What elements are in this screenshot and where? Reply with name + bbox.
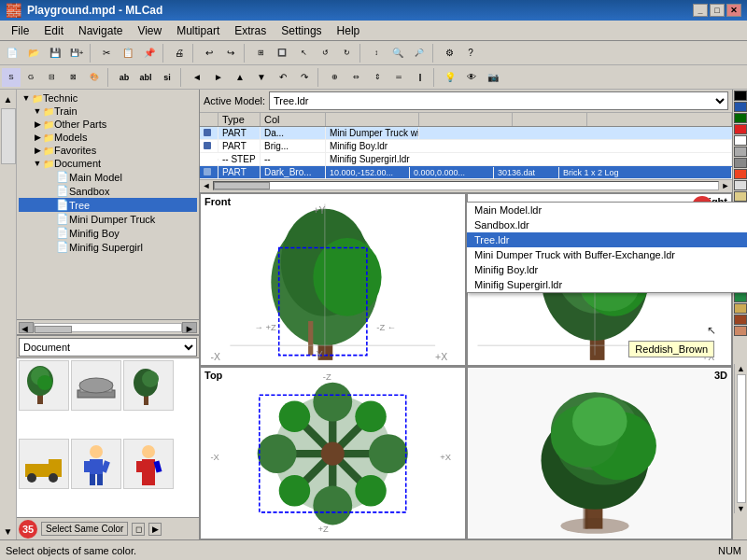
menu-help[interactable]: Help [330, 22, 368, 39]
color-red[interactable] [734, 124, 747, 134]
col-file[interactable] [513, 113, 587, 126]
model-dropdown[interactable]: Main Model.ldr Sandbox.ldr Tree.ldr Mini… [466, 202, 747, 293]
color-light-gray[interactable] [734, 180, 747, 190]
expander[interactable]: ▶ [32, 133, 43, 142]
color-pick[interactable]: 🎨 [84, 67, 105, 88]
scroll-down-btn[interactable]: ▼ [737, 504, 745, 513]
move3d-btn[interactable]: ⊕ [324, 67, 345, 88]
tree-item-minidumper[interactable]: 📄 Mini Dumper Truck [19, 212, 197, 226]
thumb-tree2[interactable] [123, 360, 174, 411]
color-gray[interactable] [734, 147, 747, 157]
col-indicator[interactable] [200, 113, 218, 126]
dropdown-item-minidumper[interactable]: Mini Dumper Truck with Buffer-Exchange.l… [467, 247, 747, 262]
view2-toggle[interactable]: ⊠ [63, 67, 83, 88]
viewport-front[interactable]: Front -X +X -Y [200, 193, 466, 366]
camera-btn[interactable]: 📷 [483, 67, 503, 88]
menu-settings[interactable]: Settings [274, 22, 329, 39]
scroll-vtrack[interactable] [737, 374, 746, 503]
thumb-truck[interactable] [19, 439, 69, 489]
tree-item-main-model[interactable]: 📄 Main Model [19, 170, 197, 184]
thumb-minifig-boy[interactable] [71, 439, 121, 489]
eye-btn[interactable]: 👁 [461, 67, 482, 88]
move-btn[interactable]: ↕ [366, 43, 387, 63]
col-color[interactable]: Col [261, 113, 326, 126]
dropdown-item-minifig-boy[interactable]: Minifig Boy.ldr [467, 262, 747, 277]
col-rot[interactable] [419, 113, 513, 126]
tree-item-models[interactable]: ▶ 📁 Models [19, 131, 197, 144]
thumb-minifig-girl[interactable] [123, 439, 174, 489]
scroll-up-btn[interactable]: ▲ [737, 364, 745, 373]
color-tan[interactable] [734, 191, 747, 202]
thumb-base[interactable] [71, 360, 121, 411]
minimize-button[interactable]: _ [693, 4, 708, 17]
color-peach[interactable] [734, 326, 747, 336]
tree-item-minifig-supergirl[interactable]: 📄 Minifig Supergirl [19, 240, 197, 254]
view-toggle[interactable]: ⊟ [41, 67, 62, 88]
color-square-1[interactable]: ◻ [132, 523, 145, 536]
select-button[interactable]: ↖ [293, 43, 314, 63]
table-row[interactable]: PART Brig... Minifig Boy.ldr [200, 140, 732, 153]
scroll-track[interactable] [34, 323, 182, 332]
rotate-right-button[interactable]: ↻ [336, 43, 357, 63]
select-same-color-button[interactable]: Select Same Color [41, 522, 128, 536]
scroll-left[interactable]: ◄ [19, 322, 34, 333]
dropdown-item-sandbox[interactable]: Sandbox.ldr [467, 217, 747, 232]
table-row[interactable]: PART Dark_Bro... 10.000,-152.00... 0.000… [200, 166, 732, 179]
tree-item-train[interactable]: ▼ 📁 Train [19, 105, 197, 118]
dropdown-item-tree[interactable]: Tree.ldr [467, 232, 747, 247]
col-desc[interactable] [587, 113, 732, 126]
scroll-thumb[interactable] [35, 326, 72, 333]
flip-h[interactable]: ⇔ [345, 67, 366, 88]
tree-item-technic[interactable]: ▼ 📁 Technic [19, 91, 197, 105]
expander[interactable]: ▶ [32, 119, 43, 129]
new-button[interactable]: 📄 [2, 43, 22, 63]
expander[interactable]: ▼ [32, 159, 43, 168]
tree-item-sandbox[interactable]: 📄 Sandbox [19, 184, 197, 198]
hscroll-left[interactable]: ◄ [200, 181, 213, 190]
settings-button[interactable]: ⚙ [439, 43, 459, 63]
expander[interactable]: ▼ [32, 106, 43, 116]
save-button[interactable]: 💾 [45, 43, 65, 63]
maximize-button[interactable]: □ [710, 4, 725, 17]
help-button[interactable]: ? [460, 43, 481, 63]
color-gray2[interactable] [734, 158, 747, 168]
grid-toggle[interactable]: G [21, 68, 40, 87]
menu-edit[interactable]: Edit [36, 22, 71, 39]
menu-view[interactable]: View [130, 22, 169, 39]
tree-item-minifig-boy[interactable]: 📄 Minifig Boy [19, 226, 197, 240]
snap-toggle[interactable]: S [2, 68, 21, 87]
arrow-down[interactable]: ▼ [251, 67, 272, 88]
viewport-top[interactable]: Top [200, 367, 466, 539]
color-green-dark[interactable] [734, 113, 747, 123]
thumb-tree[interactable] [19, 360, 69, 411]
parts-hscroll[interactable]: ◄ ► [200, 179, 732, 192]
close-button[interactable]: ✕ [726, 4, 741, 17]
menu-file[interactable]: File [4, 22, 36, 39]
copy-button[interactable]: 📋 [118, 43, 138, 63]
tree-item-other-parts[interactable]: ▶ 📁 Other Parts [19, 118, 197, 131]
color-dark-red[interactable] [734, 315, 747, 325]
document-dropdown[interactable]: Document [19, 338, 197, 357]
align-h[interactable]: ═ [388, 67, 409, 88]
text-abl[interactable]: abl [135, 67, 156, 88]
color-orange-red[interactable] [734, 169, 747, 179]
col-type[interactable]: Type [218, 113, 261, 126]
paste-button[interactable]: 📌 [139, 43, 160, 63]
dropdown-item-main-model[interactable]: Main Model.ldr [467, 203, 747, 217]
flip-v[interactable]: ⇕ [367, 67, 388, 88]
hscroll-right[interactable]: ► [719, 181, 732, 190]
rotate-ccw[interactable]: ↶ [273, 67, 293, 88]
color-blue[interactable] [734, 102, 747, 112]
cut-button[interactable]: ✂ [96, 43, 117, 63]
table-row[interactable]: PART Da... Mini Dumper Truck with Buffer… [200, 127, 732, 140]
dropdown-item-minifig-supergirl[interactable]: Minifig Supergirl.ldr [467, 277, 747, 292]
scroll-right[interactable]: ► [182, 322, 197, 333]
menu-navigate[interactable]: Navigate [71, 22, 130, 39]
active-model-select[interactable]: Tree.ldr [269, 91, 728, 110]
thumb-vscroll[interactable]: ▲ ▼ [734, 364, 747, 513]
window-controls[interactable]: _ □ ✕ [693, 4, 741, 17]
rotate-left-button[interactable]: ↺ [315, 43, 335, 63]
hscroll-track[interactable] [213, 181, 719, 190]
zoom-in-button[interactable]: 🔍 [388, 43, 408, 63]
zoom-out-button[interactable]: 🔎 [409, 43, 430, 63]
